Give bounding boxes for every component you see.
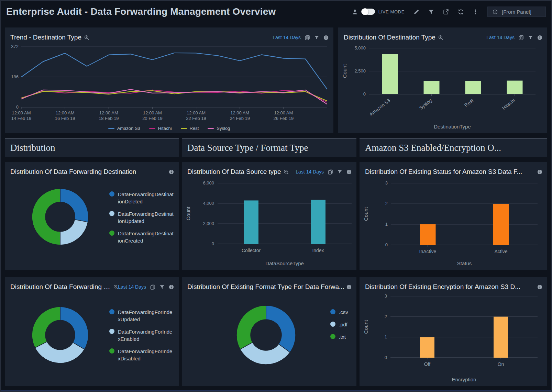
- panel-data-source-type: Distribution Of Data Source type Last 14…: [182, 162, 356, 270]
- svg-text:2,500: 2,500: [354, 68, 366, 74]
- svg-text:Active: Active: [494, 249, 507, 254]
- section-title: Amazon S3 Enabled/Encryption O...: [365, 143, 501, 153]
- svg-text:0: 0: [385, 355, 387, 360]
- time-range-value: [From Panel]: [502, 9, 531, 15]
- info-icon[interactable]: [169, 284, 174, 290]
- svg-text:24 Feb 19: 24 Feb 19: [230, 116, 250, 121]
- legend-label: Syslog: [217, 126, 230, 131]
- info-icon[interactable]: [537, 35, 542, 40]
- panel-time-range[interactable]: Last 14 Days: [296, 169, 324, 175]
- svg-text:2: 2: [385, 314, 387, 319]
- svg-text:Syslog: Syslog: [418, 98, 433, 111]
- page-title: Enterprise Audit - Data Forwarding Manag…: [6, 6, 276, 17]
- svg-text:20 Feb 19: 20 Feb 19: [142, 116, 163, 121]
- panel-title: Distribution Of Existing Encryption for …: [365, 283, 520, 291]
- copy-icon[interactable]: [150, 284, 155, 290]
- filter-icon[interactable]: [159, 284, 165, 290]
- info-icon[interactable]: [537, 169, 542, 175]
- svg-text:Off: Off: [424, 361, 431, 367]
- svg-text:16 Feb 19: 16 Feb 19: [55, 116, 75, 121]
- panel-title: Distribution Of Data Forwarding Destinat…: [10, 168, 136, 176]
- svg-text:InActive: InActive: [419, 249, 437, 254]
- copy-icon[interactable]: [305, 35, 310, 40]
- trend-line-chart[interactable]: 018637212:00 AM14 Feb 1912:00 AM16 Feb 1…: [5, 43, 333, 123]
- svg-text:Collector: Collector: [242, 248, 261, 253]
- data-source-type-bar-chart[interactable]: 02,0004,0006,000CountCollectorIndexDataS…: [182, 177, 356, 270]
- info-icon[interactable]: [346, 169, 352, 175]
- legend-item[interactable]: Amazon S3: [108, 126, 140, 131]
- live-mode-label: LIVE MODE: [378, 9, 405, 14]
- info-icon[interactable]: [346, 284, 352, 290]
- svg-text:DestinationType: DestinationType: [434, 124, 471, 130]
- svg-text:3: 3: [385, 180, 388, 186]
- panel-title: Distribution Of Existing Status for Amaz…: [365, 168, 522, 176]
- legend-label: Amazon S3: [117, 126, 140, 131]
- s3-status-bar-chart[interactable]: 0123CountInActiveActiveStatus: [360, 177, 547, 270]
- zoom-in-icon[interactable]: [113, 284, 118, 290]
- destination-type-bar-chart[interactable]: 02,5005,000CountAmazon S3SyslogRestHitac…: [338, 43, 547, 133]
- panel-title: Trend - Destination Type: [10, 34, 81, 41]
- filter-icon[interactable]: [314, 35, 319, 40]
- svg-text:Rest: Rest: [463, 98, 475, 108]
- trend-legend: Amazon S3HitachiRestSyslog: [5, 123, 333, 133]
- legend-label: Rest: [190, 126, 199, 131]
- panel-time-range[interactable]: Last 14 Days: [273, 35, 301, 40]
- svg-text:12:00 AM: 12:00 AM: [187, 110, 206, 115]
- svg-text:0: 0: [212, 241, 214, 246]
- panel-trend-destination-type: Trend - Destination Type Last 14 Days 01…: [5, 27, 333, 133]
- filter-icon[interactable]: [337, 169, 342, 175]
- info-icon[interactable]: [323, 35, 329, 40]
- panel-time-range[interactable]: Last 14 Days: [118, 284, 146, 290]
- svg-text:372: 372: [11, 44, 19, 49]
- forwarding-index-donut-chart[interactable]: DataForwardingForIndexUpdatedDataForward…: [5, 292, 179, 386]
- panel-title: Distribution Of Data Forwarding Index: [10, 283, 111, 291]
- panel-forwarding-index: Distribution Of Data Forwarding Index La…: [5, 277, 179, 386]
- svg-text:22 Feb 19: 22 Feb 19: [186, 116, 206, 121]
- live-mode-toggle[interactable]: [361, 9, 375, 15]
- bottom-edge: [1, 390, 551, 391]
- legend-swatch: [181, 128, 187, 129]
- panel-time-range[interactable]: Last 14 Days: [486, 35, 515, 40]
- legend-item[interactable]: Syslog: [208, 126, 230, 131]
- share-icon[interactable]: [443, 9, 449, 15]
- svg-text:Amazon S3: Amazon S3: [368, 98, 391, 117]
- zoom-in-icon[interactable]: [84, 35, 89, 40]
- svg-text:12:00 AM: 12:00 AM: [56, 110, 75, 115]
- refresh-icon[interactable]: [458, 9, 464, 15]
- svg-text:12:00 AM: 12:00 AM: [230, 110, 249, 115]
- zoom-in-icon[interactable]: [284, 169, 289, 175]
- legend-item[interactable]: Rest: [181, 126, 199, 131]
- legend-swatch: [208, 128, 214, 129]
- zoom-in-icon[interactable]: [438, 35, 443, 40]
- format-type-donut-chart[interactable]: .csv.pdf.txt: [182, 292, 356, 386]
- svg-text:Count: Count: [363, 207, 369, 221]
- legend-item[interactable]: Hitachi: [149, 126, 172, 131]
- panel-title: Distribution Of Destination Type: [344, 34, 435, 41]
- svg-text:4,000: 4,000: [203, 201, 214, 206]
- section-amazon-s3-enabled-encryption: Amazon S3 Enabled/Encryption O...: [360, 138, 547, 157]
- dashboard-header: Enterprise Audit - Data Forwarding Manag…: [1, 1, 551, 23]
- time-range-selector[interactable]: [From Panel]: [487, 7, 546, 17]
- svg-text:2,000: 2,000: [203, 221, 214, 226]
- svg-text:26 Feb 19: 26 Feb 19: [274, 116, 294, 121]
- svg-text:DataSourceType: DataSourceType: [265, 260, 304, 266]
- svg-text:0: 0: [16, 104, 19, 110]
- filter-icon[interactable]: [528, 35, 533, 40]
- info-icon[interactable]: [537, 284, 542, 290]
- filter-icon[interactable]: [428, 9, 434, 15]
- panel-forwarding-destination: Distribution Of Data Forwarding Destinat…: [5, 162, 179, 270]
- svg-text:Count: Count: [342, 64, 347, 78]
- svg-text:12:00 AM: 12:00 AM: [274, 110, 293, 115]
- svg-text:Hitachi: Hitachi: [501, 98, 516, 111]
- kebab-menu-icon[interactable]: [473, 9, 478, 15]
- copy-icon[interactable]: [328, 169, 333, 175]
- s3-encryption-bar-chart[interactable]: 0123CountOffOnEncryption: [360, 292, 547, 386]
- toggle-knob[interactable]: [362, 8, 368, 15]
- edit-icon[interactable]: [413, 9, 419, 15]
- user-icon: [352, 9, 358, 15]
- svg-text:Count: Count: [363, 320, 369, 334]
- forwarding-destination-donut-chart[interactable]: DataForwardingDestinationDeletedDataForw…: [5, 177, 179, 270]
- panel-format-type: Distribution Of Existing Format Type For…: [182, 277, 356, 386]
- copy-icon[interactable]: [519, 35, 524, 40]
- info-icon[interactable]: [169, 169, 174, 175]
